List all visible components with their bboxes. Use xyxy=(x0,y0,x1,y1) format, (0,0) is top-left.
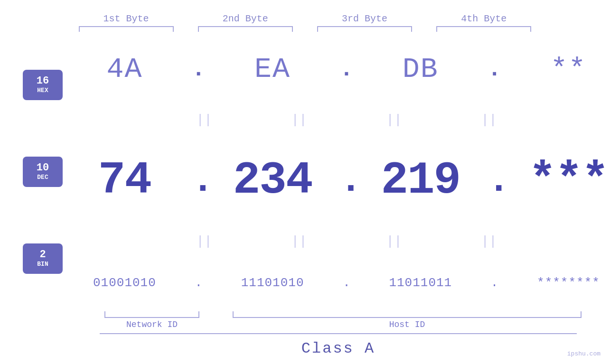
eq1-1: || xyxy=(157,112,252,127)
eq1-3: || xyxy=(347,112,441,127)
network-id-label: Network ID xyxy=(104,320,199,329)
byte1-header: 1st Byte xyxy=(74,13,178,24)
hex-val1: 4A xyxy=(106,53,142,85)
bin-val1: 01001010 xyxy=(93,276,156,290)
byte-headers: 1st Byte 2nd Byte 3rd Byte 4th Byte xyxy=(0,13,610,24)
host-id-bracket xyxy=(233,311,582,318)
dec-number: 10 xyxy=(37,162,49,174)
hex-oct2: EA xyxy=(225,53,320,85)
dec-oct4: *** xyxy=(521,155,610,206)
dec-oct1: 74 xyxy=(77,155,172,206)
bin-number: 2 xyxy=(39,249,46,261)
eq2-1: || xyxy=(157,234,252,249)
hex-val3: DB xyxy=(403,53,439,85)
eq1-2: || xyxy=(252,112,347,127)
dec-val1: 74 xyxy=(98,155,151,206)
rows-area: 4A . EA . DB . ** || || || || xyxy=(63,32,610,311)
dec-val2: 234 xyxy=(233,155,312,206)
eq2-4: || xyxy=(441,234,536,249)
watermark: ipshu.com xyxy=(567,350,601,357)
hex-dot3: . xyxy=(488,56,502,82)
hex-val2: EA xyxy=(254,53,291,85)
bin-val3: 11011011 xyxy=(389,276,452,290)
bracket-byte1 xyxy=(79,26,174,32)
bin-val2: 11101010 xyxy=(241,276,304,290)
bin-dot3: . xyxy=(488,276,502,290)
byte2-header: 2nd Byte xyxy=(193,13,298,24)
dec-oct3: 219 xyxy=(373,155,468,206)
equals-row-2: || || || || xyxy=(67,234,610,249)
dec-dot1: . xyxy=(191,159,206,202)
eq2-3: || xyxy=(347,234,441,249)
base-hex-badge: 16 HEX xyxy=(23,70,63,100)
dec-dot2: . xyxy=(339,159,354,202)
bracket-byte2 xyxy=(198,26,293,32)
bin-name: BIN xyxy=(37,261,48,268)
hex-oct3: DB xyxy=(373,53,468,85)
top-brackets xyxy=(0,26,610,32)
bin-dot2: . xyxy=(339,276,354,290)
bracket-byte4 xyxy=(436,26,531,32)
hex-dot1: . xyxy=(191,56,206,82)
bin-row: 01001010 . 11101010 . 11011011 . *******… xyxy=(67,276,610,290)
byte4-header: 4th Byte xyxy=(432,13,536,24)
dec-val4: *** xyxy=(529,155,608,206)
base-labels: 16 HEX 10 DEC 2 BIN xyxy=(23,32,63,311)
bin-dot1: . xyxy=(191,276,206,290)
hex-name: HEX xyxy=(37,87,48,94)
eq1-4: || xyxy=(441,112,536,127)
host-id-label: Host ID xyxy=(233,320,582,329)
main-content: 16 HEX 10 DEC 2 BIN 4A . EA xyxy=(0,32,610,311)
main-container: 1st Byte 2nd Byte 3rd Byte 4th Byte 16 H… xyxy=(0,0,610,364)
dec-oct2: 234 xyxy=(225,155,320,206)
dec-dot3: . xyxy=(488,159,502,202)
hex-val4: ** xyxy=(550,53,586,85)
dec-name: DEC xyxy=(37,174,48,181)
bin-oct1: 01001010 xyxy=(77,276,172,290)
bin-oct4: ******** xyxy=(521,276,610,290)
byte3-header: 3rd Byte xyxy=(312,13,417,24)
equals-row-1: || || || || xyxy=(67,112,610,127)
hex-dot2: . xyxy=(339,56,354,82)
hex-oct4: ** xyxy=(521,53,610,85)
hex-row: 4A . EA . DB . ** xyxy=(67,53,610,85)
bin-oct2: 11101010 xyxy=(225,276,320,290)
dec-val3: 219 xyxy=(381,155,460,206)
bottom-brackets-container xyxy=(104,311,582,318)
bracket-byte3 xyxy=(317,26,412,32)
dec-row: 74 . 234 . 219 . *** xyxy=(67,155,610,206)
class-label: Class A xyxy=(301,340,375,357)
eq2-2: || xyxy=(252,234,347,249)
base-dec-badge: 10 DEC xyxy=(23,157,63,187)
bin-val4: ******** xyxy=(537,276,600,290)
hex-number: 16 xyxy=(37,75,49,87)
base-bin-badge: 2 BIN xyxy=(23,243,63,274)
hex-oct1: 4A xyxy=(77,53,172,85)
bin-oct3: 11011011 xyxy=(373,276,468,290)
network-id-bracket xyxy=(104,311,199,318)
class-row: Class A xyxy=(100,333,577,357)
network-host-labels: Network ID Host ID xyxy=(104,320,582,329)
